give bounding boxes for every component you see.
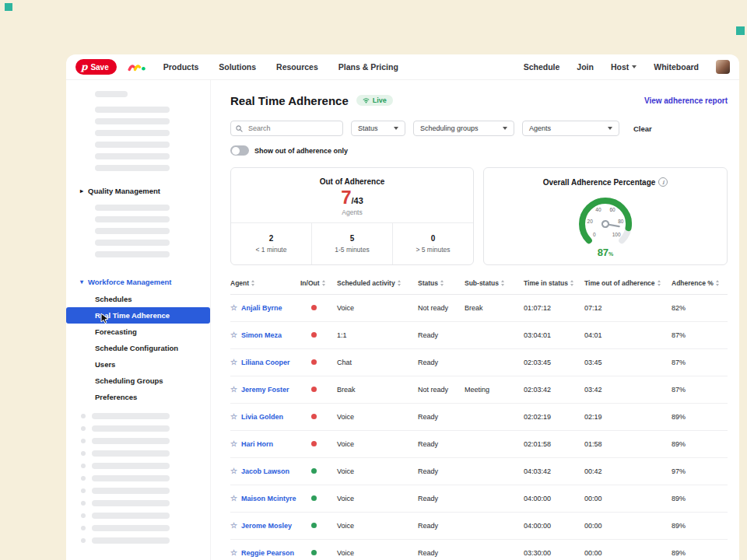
star-icon[interactable]: ☆ [230,331,237,339]
gauge-tick-label: 40 [595,207,601,212]
dropdown-agents[interactable]: Agents [522,121,619,136]
nav-item-whiteboard[interactable]: Whiteboard [654,62,699,72]
star-icon[interactable]: ☆ [230,304,237,312]
status-cell: Ready [418,549,465,557]
adherence-cell: 82% [672,304,728,312]
nav-item-host[interactable]: Host [611,62,637,72]
time-in-status-cell: 04:00:00 [524,522,584,530]
agent-name: Jerome Mosley [241,522,292,530]
skeleton-bar [92,450,170,457]
search-input[interactable] [247,124,338,133]
table-row[interactable]: ☆Reggie PearsonVoiceReady03:30:0000:0089… [230,540,728,560]
sort-icon[interactable] [398,280,401,286]
agent-link[interactable]: ☆Maison Mcintyre [230,495,300,502]
pinterest-save-button[interactable]: p Save [75,59,117,75]
star-icon[interactable]: ☆ [230,549,237,557]
monday-logo-icon [128,61,146,73]
sidebar-item-workforce-management[interactable]: ▾ Workforce Management [66,278,210,286]
agent-link[interactable]: ☆Jerome Mosley [230,522,300,530]
agent-link[interactable]: ☆Jeremy Foster [230,386,300,394]
adherence-cell: 89% [672,495,728,502]
toggle-label: Show out of adherence only [254,147,348,155]
agent-link[interactable]: ☆Liliana Cooper [230,359,300,366]
table-row[interactable]: ☆Jerome MosleyVoiceReady04:00:0000:0089% [230,513,728,540]
live-label: Live [373,96,387,104]
secondary-nav: ScheduleJoinHostWhiteboard [524,60,730,74]
star-icon[interactable]: ☆ [230,386,237,394]
table-row[interactable]: ☆Maison McintyreVoiceReady04:00:0000:008… [230,485,728,513]
clear-filters-button[interactable]: Clear [633,124,652,133]
sort-icon[interactable] [570,280,573,286]
sidebar-item-scheduling-groups[interactable]: Scheduling Groups [66,373,210,389]
out-of-adherence-toggle[interactable] [230,145,249,156]
time-in-status-cell: 04:00:00 [524,495,584,502]
star-icon[interactable]: ☆ [230,359,237,366]
dropdown-status[interactable]: Status [351,121,405,136]
time-out-of-adherence-cell: 00:00 [584,495,672,502]
sidebar-item-schedule-configuration[interactable]: Schedule Configuration [66,340,210,356]
sidebar-item-forecasting[interactable]: Forecasting [66,324,210,340]
star-icon[interactable]: ☆ [230,495,237,502]
agent-link[interactable]: ☆Anjali Byrne [230,304,300,312]
filter-bar: StatusScheduling groupsAgents Clear [230,121,728,136]
star-icon[interactable]: ☆ [230,467,237,475]
sort-icon[interactable] [501,280,504,286]
nav-item-plans-pricing[interactable]: Plans & Pricing [338,62,398,72]
scheduled-activity-cell: Voice [337,495,418,502]
skeleton-dot [81,526,86,530]
sidebar-item-users[interactable]: Users [66,356,210,373]
sort-icon[interactable] [251,280,254,286]
column-header-agent[interactable]: Agent [230,279,300,287]
column-header-adherence[interactable]: Adherence % [672,279,728,287]
table-row[interactable]: ☆Anjali ByrneVoiceNot readyBreak01:07:12… [230,295,728,322]
time-in-status-cell: 04:03:42 [524,467,584,475]
toggle-knob [232,147,240,155]
out-of-adherence-card: Out of Adherence 7/43 Agents 2< 1 minute… [230,167,474,265]
user-avatar[interactable] [716,60,730,74]
adherence-bucket: 2< 1 minute [231,223,311,264]
star-icon[interactable]: ☆ [230,522,237,530]
agent-link[interactable]: ☆Simon Meza [230,331,300,339]
star-icon[interactable]: ☆ [230,440,237,448]
monday-logo[interactable] [128,61,146,73]
column-header-status[interactable]: Status [418,279,465,287]
table-row[interactable]: ☆Simon Meza1:1Ready03:04:0104:0187% [230,322,728,349]
agent-link[interactable]: ☆Livia Golden [230,413,300,421]
column-header-scheduled-activity[interactable]: Scheduled activity [337,279,418,287]
sort-icon[interactable] [322,280,325,286]
sort-icon[interactable] [716,280,719,286]
sidebar-item-real-time-adherence[interactable]: Real Time Adherence [66,307,210,324]
skeleton-dot [81,513,86,518]
table-row[interactable]: ☆Jeremy FosterBreakNot readyMeeting02:03… [230,376,728,404]
table-row[interactable]: ☆Livia GoldenVoiceReady02:02:1902:1989% [230,404,728,431]
column-header-time-out-of-adherence[interactable]: Time out of adherence [584,279,672,287]
agent-link[interactable]: ☆Hari Horn [230,440,300,448]
adherence-bucket: 51-5 minutes [311,223,392,264]
nav-item-products[interactable]: Products [163,62,199,72]
column-header-time-in-status[interactable]: Time in status [524,279,584,287]
nav-item-resources[interactable]: Resources [276,62,318,72]
column-header-sub-status[interactable]: Sub-status [465,279,524,287]
skeleton-row [81,475,210,481]
nav-item-join[interactable]: Join [577,62,594,72]
agent-link[interactable]: ☆Reggie Pearson [230,549,300,557]
skeleton-bar [95,228,170,234]
live-badge: Live [356,95,393,106]
nav-item-solutions[interactable]: Solutions [219,62,256,72]
table-row[interactable]: ☆Liliana CooperChatReady02:03:4503:4587% [230,349,728,376]
sidebar-item-quality-management[interactable]: ▸ Quality Management [66,187,210,195]
view-adherence-report-link[interactable]: View adherence report [644,96,728,105]
sort-icon[interactable] [658,280,661,286]
agent-link[interactable]: ☆Jacob Lawson [230,467,300,475]
info-icon[interactable] [658,177,668,187]
column-header-in-out[interactable]: In/Out [300,279,337,287]
sidebar-item-schedules[interactable]: Schedules [66,291,210,307]
nav-item-schedule[interactable]: Schedule [524,62,560,72]
sort-icon[interactable] [440,280,444,286]
dropdown-scheduling-groups[interactable]: Scheduling groups [413,121,514,136]
table-row[interactable]: ☆Jacob LawsonVoiceReady04:03:4200:4297% [230,458,728,485]
table-row[interactable]: ☆Hari HornVoiceReady02:01:5801:5889% [230,431,728,458]
adherence-gauge: 020406080100 87% [539,188,672,260]
sidebar-item-preferences[interactable]: Preferences [66,389,210,405]
star-icon[interactable]: ☆ [230,413,237,421]
